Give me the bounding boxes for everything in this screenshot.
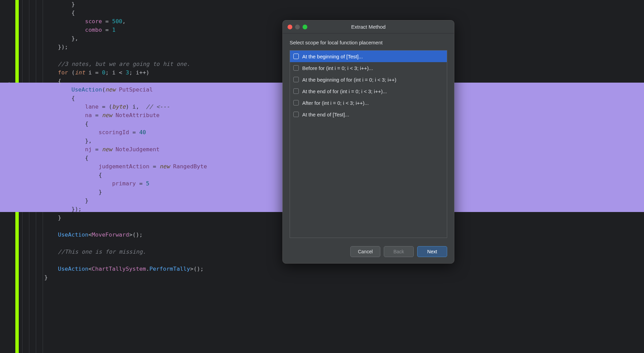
code-line[interactable]: }, <box>44 34 644 43</box>
code-line[interactable]: } <box>44 196 644 205</box>
code-line[interactable]: { <box>44 154 644 162</box>
code-line[interactable]: } <box>44 188 644 196</box>
code-editor[interactable]: } { score = 500, combo = 1 }, }); //3 no… <box>44 0 644 353</box>
code-line[interactable]: } <box>44 0 644 9</box>
code-line[interactable]: judgementAction = new RangedByte <box>44 162 644 171</box>
code-line[interactable]: }); <box>44 43 644 51</box>
code-line[interactable]: } <box>44 213 644 222</box>
code-line[interactable]: UseAction<ChartTallySystem.PerformTally>… <box>44 265 644 273</box>
code-line[interactable]: }); <box>44 205 644 213</box>
code-line[interactable]: UseAction<MoveForward>(); <box>44 230 644 239</box>
code-line[interactable]: //This one is for missing. <box>44 248 644 256</box>
code-line[interactable]: nj = new NoteJudgement <box>44 145 644 154</box>
code-line[interactable]: { <box>44 9 644 17</box>
code-line[interactable]: na = new NoteAttribute <box>44 111 644 119</box>
code-line[interactable]: { <box>44 94 644 102</box>
code-line[interactable] <box>44 222 644 230</box>
code-line[interactable] <box>44 256 644 265</box>
code-line[interactable]: lane = (byte) i, // <--- <box>44 102 644 111</box>
code-line[interactable]: { <box>44 77 644 85</box>
code-line[interactable]: } <box>44 273 644 282</box>
code-line[interactable] <box>44 239 644 248</box>
code-line[interactable]: { <box>44 171 644 179</box>
code-line[interactable]: primary = 5 <box>44 179 644 188</box>
code-line[interactable]: }, <box>44 137 644 145</box>
code-line[interactable]: { <box>44 119 644 128</box>
code-line[interactable]: //3 notes, but we are going to hit one. <box>44 60 644 68</box>
code-line[interactable]: score = 500, <box>44 17 644 26</box>
code-line[interactable]: combo = 1 <box>44 26 644 34</box>
editor-area: } { score = 500, combo = 1 }, }); //3 no… <box>0 0 644 353</box>
code-line[interactable] <box>44 51 644 60</box>
code-line[interactable]: for (int i = 0; i < 3; i++) <box>44 68 644 77</box>
code-line[interactable]: scoringId = 40 <box>44 128 644 137</box>
code-line[interactable]: UseAction(new PutSpecial <box>44 85 644 94</box>
